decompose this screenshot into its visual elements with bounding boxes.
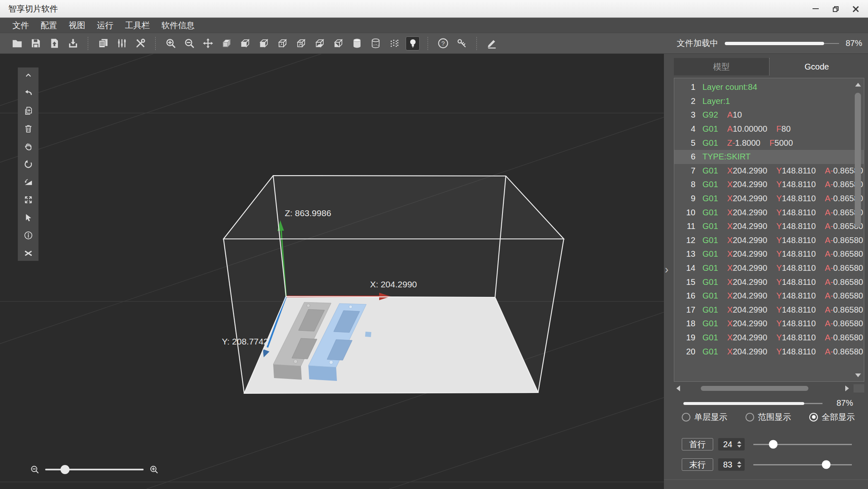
delete-model-button[interactable] (23, 124, 34, 133)
zoom-in-icon[interactable] (149, 465, 159, 475)
menu-item[interactable]: 软件信息 (156, 18, 200, 33)
import-model-button[interactable] (47, 36, 61, 51)
export-button[interactable] (66, 36, 80, 51)
spinner-arrows-icon[interactable] (737, 461, 741, 468)
zoom-slider[interactable] (45, 469, 144, 470)
gcode-line[interactable]: 1Layer count:84 (674, 80, 864, 94)
gcode-line[interactable]: 11G01X204.2990Y148.8110A-0.86580 (674, 219, 864, 234)
close-button[interactable] (849, 2, 861, 15)
zoom-slider-thumb[interactable] (60, 465, 70, 474)
radio-unchecked[interactable]: 范围显示 (745, 412, 791, 423)
view-cube-dashed-button[interactable] (294, 36, 308, 51)
first-line-spinner[interactable]: 24 (718, 438, 745, 450)
zoom-in-button[interactable] (164, 36, 178, 51)
view-cylinder-wire-button[interactable] (368, 36, 382, 51)
collapse-up-button[interactable] (23, 70, 34, 80)
gcode-line[interactable]: 16G01X204.2990Y148.8110A-0.86580 (674, 289, 864, 303)
radio-checked[interactable]: 全部显示 (809, 412, 855, 423)
first-line-button[interactable]: 首行 (682, 438, 713, 450)
menu-item[interactable]: 文件 (7, 18, 35, 33)
fit-view-button[interactable] (23, 195, 34, 205)
radio-circle-icon[interactable] (682, 413, 690, 422)
gcode-list[interactable]: 1Layer count:842Layer:13G92A104G01A10.00… (674, 78, 864, 382)
gcode-progress-bar[interactable] (683, 402, 822, 405)
radio-circle-icon[interactable] (745, 413, 754, 422)
last-line-button[interactable]: 末行 (682, 458, 713, 471)
annotate-button[interactable] (485, 36, 499, 51)
gcode-line[interactable]: 8G01X204.2990Y148.8110A-0.86580 (674, 178, 864, 192)
spinner-arrows-icon[interactable] (737, 441, 741, 448)
last-line-slider-thumb[interactable] (822, 460, 831, 469)
info-button[interactable] (23, 231, 34, 240)
tab-gcode[interactable]: Gcode (769, 58, 865, 75)
gcode-line[interactable]: 7G01X204.2990Y148.8110A-0.86580 (674, 164, 864, 178)
menu-item[interactable]: 配置 (35, 18, 63, 33)
gcode-line[interactable]: 12G01X204.2990Y148.8110A-0.86580 (674, 234, 864, 248)
restore-button[interactable] (829, 2, 842, 15)
view-points-button[interactable] (387, 36, 401, 51)
light-toggle-button[interactable] (406, 36, 420, 51)
gcode-line[interactable]: 9G01X204.2990Y148.8110A-0.86580 (674, 192, 864, 206)
duplicate-button[interactable] (96, 36, 110, 51)
select-button[interactable] (23, 213, 34, 222)
gcode-horizontal-scrollbar[interactable] (674, 384, 864, 393)
view-cylinder-button[interactable] (350, 36, 364, 51)
undo-button[interactable] (23, 88, 34, 98)
gcode-line[interactable]: 6TYPE:SKIRT (674, 150, 864, 164)
minimize-button[interactable] (809, 2, 822, 15)
radio-circle-icon[interactable] (809, 413, 818, 422)
gcode-line[interactable]: 17G01X204.2990Y148.8110A-0.86580 (674, 303, 864, 317)
gcode-line[interactable]: 15G01X204.2990Y148.8110A-0.86580 (674, 275, 864, 289)
gcode-line[interactable]: 19G01X204.2990Y148.8110A-0.86580 (674, 331, 864, 345)
tab-model[interactable]: 模型 (674, 58, 769, 75)
zoom-out-icon[interactable] (30, 465, 40, 475)
gcode-token: A- (825, 166, 833, 176)
duplicate-model-button[interactable] (23, 106, 34, 116)
move-view-button[interactable] (201, 36, 215, 51)
view-cube-dotted-button[interactable] (275, 36, 289, 51)
last-line-slider[interactable] (753, 458, 852, 471)
view-cube-bottom-button[interactable] (313, 36, 327, 51)
gcode-line[interactable]: 2Layer:1 (674, 94, 864, 108)
zoom-out-button[interactable] (182, 36, 196, 51)
vertical-scroll-thumb[interactable] (855, 93, 861, 227)
gcode-line[interactable]: 3G92A10 (674, 108, 864, 122)
save-button[interactable] (29, 36, 43, 51)
tools-button[interactable] (133, 36, 147, 51)
measure-button[interactable] (23, 248, 34, 258)
view-cube-open-button[interactable] (257, 36, 271, 51)
scroll-right-button[interactable] (843, 384, 851, 393)
view-cube-face-button[interactable] (238, 36, 252, 51)
gcode-vertical-scrollbar[interactable] (854, 79, 863, 380)
viewport-3d[interactable]: Z: 863.9986 X: 204.2990 Y: 208.7742 (0, 54, 664, 489)
gcode-line[interactable]: 18G01X204.2990Y148.8110A-0.86580 (674, 317, 864, 331)
panel-collapse-chevron[interactable]: › (665, 264, 668, 275)
first-line-slider[interactable] (753, 438, 852, 450)
incline-rotate-button[interactable] (23, 177, 34, 187)
menu-item[interactable]: 视图 (63, 18, 91, 33)
gcode-line[interactable]: 4G01A10.00000F80 (674, 122, 864, 136)
last-line-spinner[interactable]: 83 (718, 458, 745, 471)
gcode-line[interactable]: 14G01X204.2990Y148.8110A-0.86580 (674, 261, 864, 275)
rotate-button[interactable] (23, 159, 34, 169)
scroll-up-button[interactable] (854, 79, 863, 89)
horizontal-scroll-thumb[interactable] (701, 386, 808, 391)
horizontal-scroll-track[interactable] (682, 384, 843, 393)
gcode-line[interactable]: 20G01X204.2990Y148.8110A-0.86580 (674, 344, 864, 359)
pan-button[interactable] (23, 142, 34, 151)
parameters-button[interactable] (115, 36, 129, 51)
gcode-line[interactable]: 5G01Z-1.8000F5000 (674, 136, 864, 150)
view-cube-solid-button[interactable] (219, 36, 233, 51)
help-button[interactable]: ? (436, 36, 450, 51)
open-file-button[interactable] (10, 36, 24, 51)
menu-item[interactable]: 运行 (91, 18, 119, 33)
first-line-slider-thumb[interactable] (769, 440, 777, 449)
menu-item[interactable]: 工具栏 (119, 18, 156, 33)
license-key-button[interactable] (454, 36, 469, 51)
scroll-down-button[interactable] (854, 370, 863, 380)
scroll-left-button[interactable] (674, 384, 682, 393)
gcode-line[interactable]: 13G01X204.2990Y148.8110A-0.86580 (674, 247, 864, 261)
view-cube-half-button[interactable] (331, 36, 345, 51)
gcode-line[interactable]: 10G01X204.2990Y148.8110A-0.86580 (674, 205, 864, 219)
radio-unchecked[interactable]: 单层显示 (682, 412, 727, 423)
